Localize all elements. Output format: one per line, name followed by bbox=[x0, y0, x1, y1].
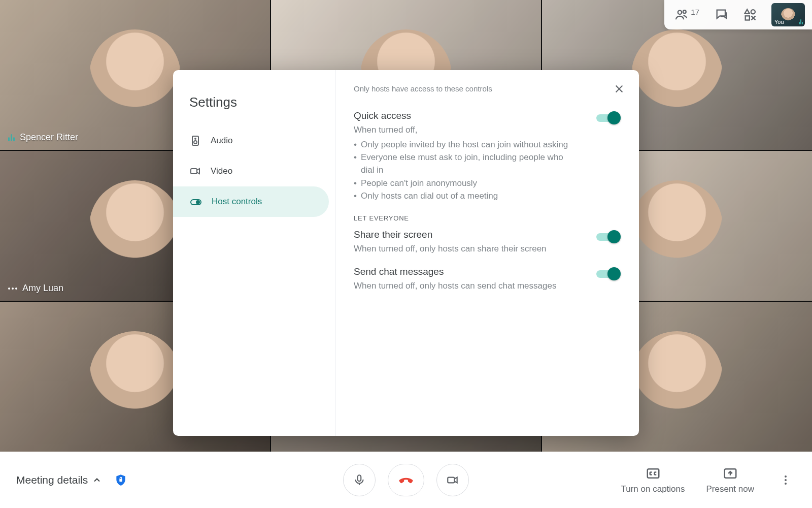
dialog-subtext: Only hosts have access to these controls bbox=[354, 84, 621, 93]
chevron-up-icon bbox=[92, 475, 102, 485]
setting-bullet: People can't join anonymously bbox=[354, 177, 577, 189]
svg-point-2 bbox=[751, 10, 755, 14]
chat-icon bbox=[715, 8, 729, 22]
setting-desc: When turned off, only hosts can share th… bbox=[354, 242, 577, 255]
phone-hangup-icon bbox=[397, 471, 415, 489]
shapes-icon bbox=[743, 8, 757, 22]
quick-access-toggle[interactable] bbox=[596, 111, 621, 124]
setting-bullet: Everyone else must ask to join, includin… bbox=[354, 151, 577, 176]
toggle-icon bbox=[189, 196, 202, 208]
security-shield-icon[interactable] bbox=[114, 473, 127, 487]
svg-rect-12 bbox=[448, 477, 454, 483]
svg-point-1 bbox=[683, 10, 686, 13]
nav-item-host-controls[interactable]: Host controls bbox=[173, 186, 329, 217]
setting-share-screen: Share their screen When turned off, only… bbox=[354, 229, 621, 255]
self-view-thumbnail[interactable]: You bbox=[771, 3, 805, 26]
dialog-sidebar: Settings Audio Video Host controls bbox=[173, 70, 335, 436]
svg-point-15 bbox=[785, 475, 787, 478]
setting-desc: When turned off, only hosts can send cha… bbox=[354, 279, 577, 292]
svg-rect-11 bbox=[358, 475, 361, 481]
more-indicator-icon bbox=[8, 288, 17, 290]
svg-point-5 bbox=[194, 141, 197, 144]
svg-rect-13 bbox=[647, 469, 659, 478]
setting-title: Quick access bbox=[354, 110, 621, 121]
settings-dialog: Settings Audio Video Host controls Only bbox=[173, 70, 639, 436]
camera-button[interactable] bbox=[436, 464, 469, 496]
send-chat-toggle[interactable] bbox=[596, 267, 621, 280]
dialog-title: Settings bbox=[173, 85, 335, 125]
video-icon bbox=[446, 473, 459, 487]
captions-button[interactable]: Turn on captions bbox=[621, 466, 685, 494]
speaker-icon bbox=[189, 135, 201, 147]
setting-title: Send chat messages bbox=[354, 266, 621, 277]
speaking-indicator-icon bbox=[8, 134, 15, 141]
meeting-details-button[interactable]: Meeting details bbox=[16, 474, 102, 486]
dialog-content: Only hosts have access to these controls… bbox=[335, 70, 639, 436]
participant-name: Spencer Ritter bbox=[20, 132, 78, 143]
nav-item-video[interactable]: Video bbox=[173, 156, 329, 186]
self-label: You bbox=[774, 19, 784, 25]
more-options-button[interactable] bbox=[775, 470, 796, 490]
microphone-button[interactable] bbox=[343, 464, 376, 496]
participant-name: Amy Luan bbox=[22, 283, 63, 294]
top-right-controls: 17 You bbox=[664, 0, 812, 29]
participant-count: 17 bbox=[691, 8, 699, 16]
nav-label: Audio bbox=[211, 136, 232, 146]
meeting-details-label: Meeting details bbox=[16, 474, 88, 486]
close-icon bbox=[614, 83, 625, 94]
svg-rect-3 bbox=[746, 16, 750, 20]
activities-button[interactable] bbox=[743, 8, 757, 22]
participants-button[interactable]: 17 bbox=[674, 8, 700, 22]
present-label: Present now bbox=[706, 484, 755, 494]
svg-point-9 bbox=[196, 201, 199, 204]
captions-icon bbox=[646, 466, 661, 481]
svg-rect-7 bbox=[191, 169, 197, 174]
share-screen-toggle[interactable] bbox=[596, 230, 621, 243]
setting-bullet: Only hosts can dial out of a meeting bbox=[354, 189, 577, 202]
nav-item-audio[interactable]: Audio bbox=[173, 125, 329, 156]
captions-label: Turn on captions bbox=[621, 484, 685, 494]
people-icon bbox=[674, 8, 689, 22]
svg-point-6 bbox=[195, 138, 196, 139]
setting-bullet-list: Only people invited by the host can join… bbox=[354, 138, 577, 202]
setting-title: Share their screen bbox=[354, 229, 621, 240]
more-vertical-icon bbox=[780, 474, 792, 486]
svg-point-17 bbox=[785, 483, 787, 485]
video-icon bbox=[189, 165, 201, 177]
svg-point-16 bbox=[785, 479, 787, 481]
microphone-icon bbox=[353, 473, 366, 487]
svg-point-0 bbox=[678, 11, 682, 14]
section-header: Let Everyone bbox=[354, 214, 621, 222]
chat-button[interactable] bbox=[715, 8, 729, 22]
setting-send-chat: Send chat messages When turned off, only… bbox=[354, 266, 621, 292]
nav-label: Video bbox=[211, 166, 232, 176]
speaking-indicator-icon bbox=[799, 19, 803, 24]
setting-intro: When turned off, bbox=[354, 123, 577, 136]
setting-bullet: Only people invited by the host can join… bbox=[354, 138, 577, 151]
setting-quick-access: Quick access When turned off, Only peopl… bbox=[354, 110, 621, 202]
bottom-bar: Meeting details bbox=[0, 452, 812, 508]
svg-rect-10 bbox=[120, 479, 122, 481]
hangup-button[interactable] bbox=[388, 464, 424, 496]
present-button[interactable]: Present now bbox=[706, 466, 755, 494]
close-button[interactable] bbox=[611, 80, 628, 98]
nav-label: Host controls bbox=[212, 197, 262, 207]
present-icon bbox=[723, 466, 738, 481]
